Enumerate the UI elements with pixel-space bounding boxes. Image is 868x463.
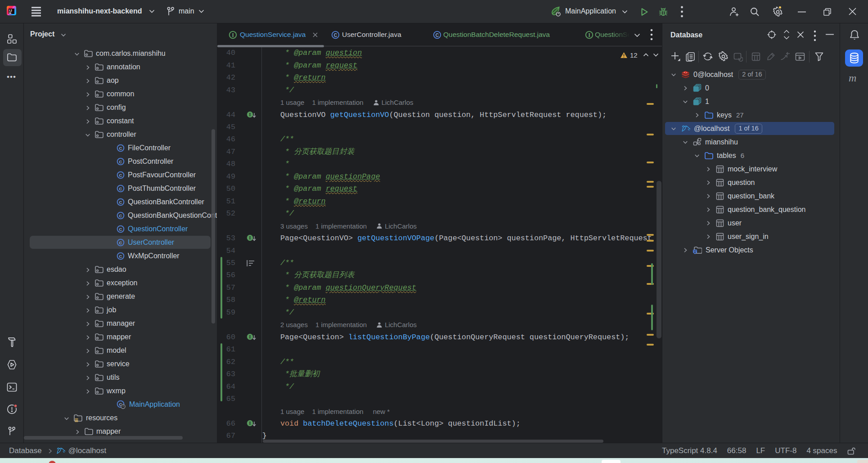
svg-text:C: C [119, 186, 122, 191]
svg-text:I: I [249, 334, 251, 339]
svg-text:C: C [119, 254, 122, 259]
svg-text:I: I [249, 235, 251, 240]
svg-text:C: C [119, 240, 122, 245]
svg-text:C: C [119, 227, 122, 232]
svg-text:C: C [119, 213, 122, 218]
svg-text:I: I [249, 421, 251, 426]
svg-text:C: C [119, 200, 122, 205]
svg-text:C: C [436, 32, 439, 38]
svg-text:I: I [588, 32, 590, 38]
svg-text:C: C [119, 146, 122, 151]
svg-text:C: C [334, 32, 337, 38]
svg-text:C: C [119, 159, 122, 164]
svg-text:C: C [119, 173, 122, 178]
svg-text:I: I [232, 32, 234, 38]
svg-text:I: I [249, 112, 251, 117]
